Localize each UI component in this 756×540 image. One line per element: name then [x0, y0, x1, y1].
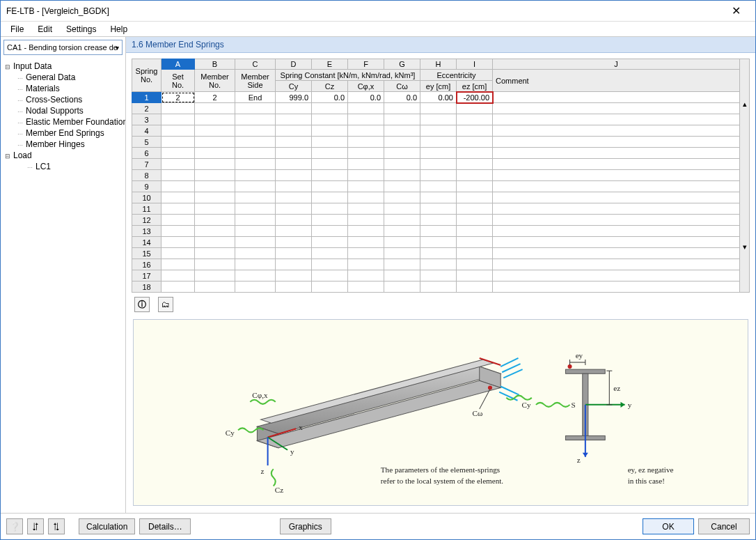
- table-row[interactable]: 8: [132, 170, 750, 181]
- table-row[interactable]: 3: [132, 114, 750, 125]
- menu-settings[interactable]: Settings: [61, 23, 102, 36]
- table-row[interactable]: 5: [132, 137, 750, 148]
- grid-scrollbar[interactable]: ▴▾: [740, 59, 750, 293]
- table-row[interactable]: 16: [132, 259, 750, 270]
- grid-wrap: Spring No. A B C D E F G H I J ▴▾: [126, 53, 755, 294]
- prev-page-icon[interactable]: ⮃: [27, 518, 44, 534]
- table-row[interactable]: 9: [132, 181, 750, 192]
- head-cy: Cy: [276, 81, 312, 92]
- col-i[interactable]: I: [457, 59, 493, 70]
- right-panel: 1.6 Member End Springs Spring No. A B C: [126, 37, 755, 513]
- graphics-button[interactable]: Graphics: [280, 518, 331, 534]
- cell-comment[interactable]: [493, 92, 740, 103]
- svg-marker-0: [257, 367, 501, 433]
- svg-text:y: y: [628, 401, 632, 409]
- diagram-panel: x y z Cy Cz Cφ,x: [133, 319, 748, 506]
- table-row[interactable]: 4: [132, 125, 750, 137]
- cell-member-no[interactable]: 2: [195, 92, 235, 103]
- close-icon[interactable]: ✕: [722, 4, 750, 17]
- tree-member-hinges[interactable]: Member Hinges: [3, 139, 123, 150]
- col-j[interactable]: J: [493, 59, 740, 70]
- tree-nodal-supports[interactable]: Nodal Supports: [3, 105, 123, 116]
- tree-materials[interactable]: Materials: [3, 83, 123, 94]
- library-icon[interactable]: 🗂: [158, 297, 173, 312]
- cell-set-no[interactable]: 2: [162, 92, 195, 103]
- svg-text:x: x: [299, 423, 303, 431]
- menu-file[interactable]: File: [5, 23, 29, 36]
- svg-text:y: y: [290, 447, 294, 456]
- case-combo[interactable]: CA1 - Bending torsion crease de: [3, 40, 123, 55]
- head-comment: Comment: [493, 70, 740, 92]
- grid-toolbar: ⓘ 🗂: [126, 294, 755, 315]
- table-row[interactable]: 2: [132, 103, 750, 114]
- table-row[interactable]: 6: [132, 148, 750, 159]
- next-page-icon[interactable]: ⮁: [48, 518, 65, 534]
- svg-text:The parameters of the element-: The parameters of the element-springs: [381, 465, 500, 474]
- table-row[interactable]: 1 2 2 End 999.0 0.0 0.0 0.0 0.00 -200.00: [132, 92, 750, 103]
- col-e[interactable]: E: [312, 59, 348, 70]
- col-f[interactable]: F: [348, 59, 384, 70]
- table-row[interactable]: 17: [132, 270, 750, 281]
- app-window: FE-LTB - [Vergleich_BGDK] ✕ File Edit Se…: [0, 0, 756, 540]
- col-g[interactable]: G: [384, 59, 420, 70]
- col-h[interactable]: H: [420, 59, 457, 70]
- cell-cw[interactable]: 0.0: [384, 92, 420, 103]
- svg-marker-34: [583, 453, 588, 457]
- cancel-button[interactable]: Cancel: [698, 518, 750, 534]
- cell-ez[interactable]: -200.00: [457, 92, 493, 103]
- tree-cross-sections[interactable]: Cross-Sections: [3, 94, 123, 105]
- svg-text:Cy: Cy: [522, 401, 531, 409]
- svg-rect-25: [565, 369, 605, 373]
- ok-button[interactable]: OK: [643, 518, 694, 534]
- svg-text:S: S: [572, 401, 576, 409]
- head-ey: ey [cm]: [420, 81, 457, 92]
- cell-cy[interactable]: 999.0: [276, 92, 312, 103]
- svg-text:ez: ez: [613, 384, 620, 392]
- tree-general-data[interactable]: General Data: [3, 72, 123, 83]
- svg-marker-31: [621, 402, 625, 408]
- table-row[interactable]: 11: [132, 203, 750, 215]
- head-member-no: Member No.: [195, 70, 235, 92]
- tree-input-data[interactable]: Input Data: [3, 61, 123, 72]
- table-row[interactable]: 12: [132, 215, 750, 226]
- table-row[interactable]: 13: [132, 226, 750, 237]
- head-cphix: Cφ,x: [348, 81, 384, 92]
- info-icon[interactable]: ⓘ: [134, 297, 150, 312]
- menu-help[interactable]: Help: [104, 23, 133, 36]
- svg-text:z: z: [577, 456, 581, 464]
- menubar: File Edit Settings Help: [1, 22, 755, 37]
- head-ez: ez [cm]: [457, 81, 493, 92]
- titlebar: FE-LTB - [Vergleich_BGDK] ✕: [1, 1, 755, 22]
- cell-cphix[interactable]: 0.0: [348, 92, 384, 103]
- head-set-no: Set No.: [162, 70, 195, 92]
- table-row[interactable]: 7: [132, 159, 750, 170]
- data-grid[interactable]: Spring No. A B C D E F G H I J ▴▾: [132, 59, 750, 293]
- col-d[interactable]: D: [276, 59, 312, 70]
- cell-cz[interactable]: 0.0: [312, 92, 348, 103]
- window-title: FE-LTB - [Vergleich_BGDK]: [6, 6, 722, 16]
- case-combo-value: CA1 - Bending torsion crease de: [7, 43, 118, 52]
- menu-edit[interactable]: Edit: [32, 23, 58, 36]
- cell-member-side[interactable]: End: [235, 92, 276, 103]
- help-icon[interactable]: ❔: [6, 518, 23, 534]
- table-row[interactable]: 15: [132, 248, 750, 259]
- row-num-1[interactable]: 1: [132, 92, 162, 103]
- svg-text:ey: ey: [576, 351, 583, 360]
- tree-load[interactable]: Load: [3, 150, 123, 161]
- table-row[interactable]: 10: [132, 192, 750, 203]
- col-c[interactable]: C: [235, 59, 276, 70]
- col-b[interactable]: B: [195, 59, 235, 70]
- head-cz: Cz: [312, 81, 348, 92]
- details-button[interactable]: Details…: [139, 518, 191, 534]
- svg-text:z: z: [260, 467, 264, 475]
- cell-ey[interactable]: 0.00: [420, 92, 457, 103]
- head-cw: Cω: [384, 81, 420, 92]
- col-a[interactable]: A: [162, 59, 195, 70]
- table-row[interactable]: 14: [132, 237, 750, 248]
- tree-lc1[interactable]: LC1: [3, 161, 123, 172]
- tree-elastic-member-foundations[interactable]: Elastic Member Foundations: [3, 116, 123, 128]
- tree-member-end-springs[interactable]: Member End Springs: [3, 128, 123, 139]
- calculation-button[interactable]: Calculation: [79, 518, 135, 534]
- table-row[interactable]: 18: [132, 281, 750, 293]
- diagram-svg: x y z Cy Cz Cφ,x: [134, 320, 748, 505]
